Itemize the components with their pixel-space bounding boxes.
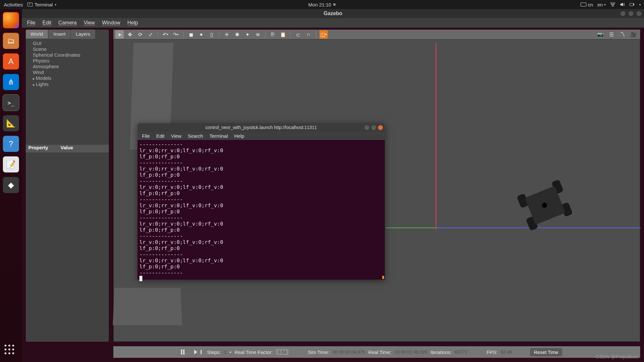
terminal-menu-edit[interactable]: Edit [156,133,165,139]
tree-item-atmosphere[interactable]: Atmosphere [33,64,104,70]
tool-record[interactable]: 🎥 [629,30,638,39]
tool-cursor[interactable]: ➤ [115,30,124,39]
rtf-value: 0.64 [276,349,289,355]
chevron-down-icon[interactable]: ▾ [230,350,231,354]
launcher-vscode[interactable]: ⋔ [3,74,19,90]
tab-insert[interactable]: Insert [49,30,71,39]
show-applications-button[interactable] [5,345,17,357]
window-title-bar[interactable]: Gazebo [22,9,644,18]
toolbar-separator [290,31,291,38]
launcher-matlab[interactable]: 📐 [3,115,19,131]
insert-spot-light[interactable]: ✦ [243,30,251,39]
window-title: Gazebo [324,11,342,16]
launcher-terminal[interactable]: >_ [3,95,19,111]
volume-icon[interactable] [620,2,625,7]
tool-plot[interactable]: 〽 [618,30,627,39]
tool-copy[interactable]: ⎘ [269,30,277,39]
toolbar-separator [219,31,219,38]
tree-item-models[interactable]: Models [33,75,104,81]
reset-time-button[interactable]: Reset Time [530,348,562,356]
menu-edit[interactable]: Edit [43,20,52,26]
simtime-label: Sim Time: [308,349,329,355]
terminal-close-button[interactable] [378,125,383,130]
terminal-title-bar[interactable]: control_neor_with_joystick.launch http:/… [137,123,385,132]
input-method-indicator[interactable]: cn [581,2,593,7]
menu-camera[interactable]: Camera [58,20,77,26]
clock-text: Mon 21:10 [308,2,331,7]
insert-box[interactable]: ◼ [187,30,195,39]
tool-paste[interactable]: 📋 [279,30,287,39]
app-menu-label: Terminal [34,2,53,7]
insert-point-light[interactable]: ✺ [233,30,241,39]
terminal-menu-terminal[interactable]: Terminal [210,133,228,139]
robot-model[interactable] [516,178,574,233]
tree-item-lights[interactable]: Lights [33,81,104,88]
activities-button[interactable]: Activities [4,2,23,7]
launcher-firefox[interactable] [3,12,19,28]
app-menu[interactable]: Terminal ▾ [27,2,56,7]
insert-sphere[interactable]: ● [197,30,205,39]
tree-item-gui[interactable]: GUI [33,41,104,46]
tool-undo[interactable]: ↶▾ [161,30,170,39]
terminal-minimize-button[interactable] [365,125,369,130]
scene-building-block [113,288,182,325]
terminal-scrollbar-thumb[interactable] [382,276,384,279]
menu-window[interactable]: Window [102,20,120,26]
terminal-output[interactable]: -------------- lr_v:0;rr_v:0;lf_v:0;rf_v… [137,140,385,280]
svg-rect-4 [633,4,634,5]
axis-z-red [436,43,436,229]
tool-snap[interactable]: ∩ [304,30,313,39]
world-tree[interactable]: GUISceneSpherical CoordinatesPhysicsAtmo… [26,39,109,89]
tool-align[interactable]: ⊏ [294,30,302,39]
clock[interactable]: Mon 21:10 [308,2,336,7]
tool-log[interactable]: ☰ [607,30,616,39]
launcher-gazebo[interactable]: ◆ [3,177,19,193]
tree-item-spherical-coordinates[interactable]: Spherical Coordinates [33,52,104,58]
insert-directional-light[interactable]: ≋ [253,30,262,39]
tool-rotate[interactable]: ⟳ [136,30,144,39]
tab-world[interactable]: World [26,30,48,39]
launcher-help[interactable]: ? [3,136,19,152]
window-maximize-button[interactable] [629,11,633,16]
launcher-texteditor[interactable]: 📝 [3,156,19,172]
property-panel-header: Property Value [26,145,109,153]
tool-translate[interactable]: ✥ [126,30,134,39]
language-indicator[interactable]: en ▾ [597,2,606,7]
terminal-window[interactable]: control_neor_with_joystick.launch http:/… [137,123,385,280]
terminal-menu-view[interactable]: View [171,133,181,139]
menu-file[interactable]: File [27,20,35,26]
terminal-title: control_neor_with_joystick.launch http:/… [205,125,317,130]
toolbar-separator [316,31,316,38]
window-close-button[interactable] [637,11,641,16]
menu-view[interactable]: View [84,20,95,26]
system-menu-chevron[interactable]: ▾ [639,3,641,6]
tool-scale[interactable]: ⤢ [146,30,155,39]
terminal-maximize-button[interactable] [371,125,376,130]
tool-screenshot[interactable]: 📷 [596,30,605,39]
launcher-files[interactable]: 🗂 [3,33,19,49]
iter-value: 63772 [455,349,468,355]
tree-item-physics[interactable]: Physics [33,58,104,64]
chevron-down-icon: ▾ [55,3,56,6]
insert-cylinder[interactable]: ▯ [207,30,216,39]
menu-help[interactable]: Help [128,20,138,26]
tool-selection-mode[interactable]: ◫▾ [319,30,328,39]
gazebo-menu-bar: FileEditCameraViewWindowHelp [22,18,644,28]
window-minimize-button[interactable] [620,11,625,16]
insert-sun-light[interactable]: ☀ [223,30,231,39]
network-icon[interactable] [610,2,615,7]
terminal-menu-search[interactable]: Search [188,133,203,139]
terminal-menu-help[interactable]: Help [234,133,244,139]
tool-redo[interactable]: ↷▾ [172,30,180,39]
tab-layers[interactable]: Layers [71,30,95,39]
steps-value[interactable]: 1 [224,349,227,355]
step-button[interactable] [194,350,197,354]
fps-value: 62.46 [501,349,512,355]
input-method-label: cn [588,2,593,7]
tree-item-wind[interactable]: Wind [33,70,104,75]
launcher-software[interactable]: A [3,53,19,70]
tree-item-scene[interactable]: Scene [33,46,104,52]
pause-button[interactable] [181,349,185,355]
battery-icon[interactable] [630,2,635,7]
terminal-menu-file[interactable]: File [142,133,150,139]
